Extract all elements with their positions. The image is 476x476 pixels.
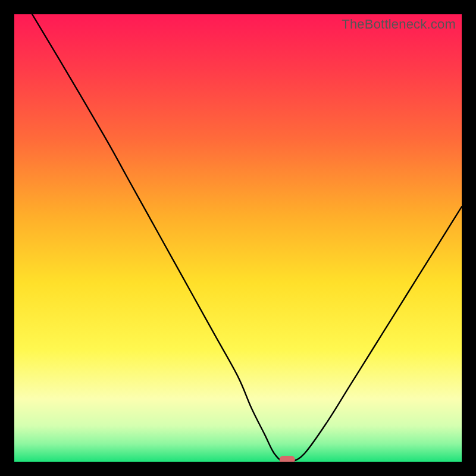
chart-frame: TheBottleneck.com <box>0 0 476 476</box>
plot-area: TheBottleneck.com <box>14 14 462 462</box>
chart-svg <box>14 14 462 462</box>
bottleneck-curve <box>32 14 462 462</box>
optimum-marker <box>280 456 295 462</box>
